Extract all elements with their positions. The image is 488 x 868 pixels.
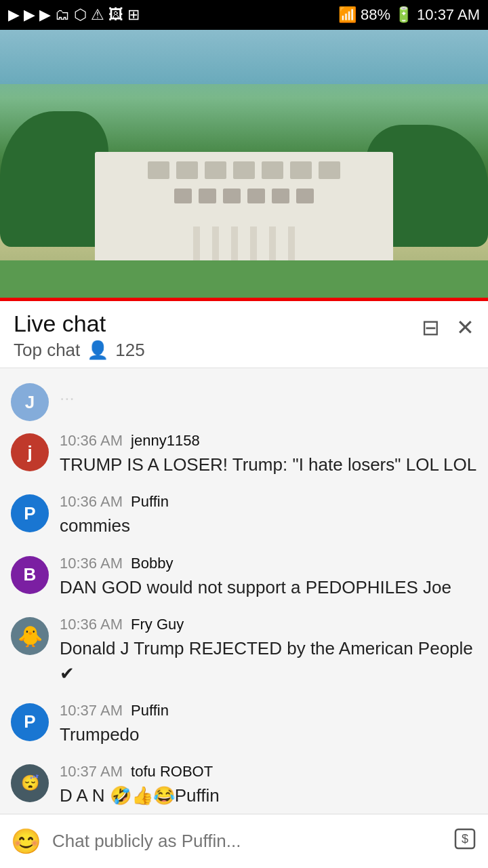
message-time: 10:36 AM <box>60 493 123 510</box>
username: Puffin <box>131 493 169 510</box>
close-icon[interactable]: ✕ <box>456 315 474 340</box>
battery-label: 88% <box>361 6 390 24</box>
chat-text: commies <box>60 513 477 538</box>
list-item: J ... <box>0 374 488 424</box>
time-label: 10:37 AM <box>417 6 480 24</box>
avatar: j <box>11 433 49 471</box>
top-chat-label[interactable]: Top chat <box>14 340 80 361</box>
chat-list: J ... j 10:36 AM jenny1158 TRUMP IS A LO… <box>0 368 488 868</box>
status-bar: ▶ ▶ ▶ 🗂 ⬡ ⚠ 🖼 ⊞ 📶 88% 🔋 10:37 AM <box>0 0 488 30</box>
chat-content: 10:37 AM Puffin Trumpedo <box>60 702 477 747</box>
chat-text: DAN GOD would not support a PEDOPHILES J… <box>60 575 477 599</box>
chat-title: Live chat <box>14 311 145 337</box>
person-icon: 👤 <box>87 340 108 361</box>
chat-text: D A N 🤣👍😂Puffin <box>60 783 477 808</box>
chat-content: 10:37 AM tofu ROBOT D A N 🤣👍😂Puffin <box>60 763 477 808</box>
list-item: P 10:36 AM Puffin commies <box>0 485 488 546</box>
chat-input[interactable] <box>52 831 442 852</box>
avatar: B <box>11 556 49 594</box>
youtube2-icon: ▶ <box>39 6 51 24</box>
chat-meta: 10:36 AM Bobby <box>60 555 477 572</box>
username: Fry Guy <box>131 616 184 633</box>
chat-text: Donald J Trump REJECTED by the American … <box>60 636 477 686</box>
chat-meta: 10:36 AM Fry Guy <box>60 616 477 633</box>
chat-meta: 10:36 AM jenny1158 <box>60 432 477 450</box>
video-thumbnail[interactable] <box>0 30 488 301</box>
avatar: 🐥 <box>11 617 49 655</box>
warning-icon: ⚠ <box>91 6 104 24</box>
send-button[interactable]: $ <box>453 827 477 856</box>
chat-input-bar: 😊 $ <box>0 814 488 868</box>
chat-content: ... <box>60 382 477 406</box>
list-item: j 10:36 AM jenny1158 TRUMP IS A LOSER! T… <box>0 424 488 485</box>
youtube-icon: ▶ <box>24 6 35 24</box>
app-icon: ⬡ <box>74 6 87 24</box>
chat-meta: 10:36 AM Puffin <box>60 493 477 511</box>
chat-content: 10:36 AM Puffin commies <box>60 493 477 538</box>
battery-icon: 🔋 <box>394 6 413 24</box>
chat-content: 10:36 AM Fry Guy Donald J Trump REJECTED… <box>60 616 477 686</box>
chat-subtitle: Top chat 👤 125 <box>14 340 145 361</box>
viewer-count: 125 <box>115 340 144 361</box>
notification-icons: ▶ ▶ ▶ 🗂 ⬡ ⚠ 🖼 ⊞ <box>8 6 140 24</box>
avatar: P <box>11 494 49 532</box>
chat-text: Trumpedo <box>60 722 477 747</box>
avatar: J <box>11 383 49 421</box>
avatar: 😴 <box>11 764 49 802</box>
username: tofu ROBOT <box>131 763 213 780</box>
play-icon: ▶ <box>8 6 20 24</box>
grid-icon: ⊞ <box>127 6 140 24</box>
username: jenny1158 <box>131 432 200 449</box>
emoji-button[interactable]: 😊 <box>11 827 41 856</box>
list-item: 🐥 10:36 AM Fry Guy Donald J Trump REJECT… <box>0 608 488 694</box>
progress-bar <box>0 298 488 301</box>
chat-text: ... <box>60 382 477 406</box>
chat-content: 10:36 AM jenny1158 TRUMP IS A LOSER! Tru… <box>60 432 477 477</box>
image-icon: 🖼 <box>108 6 123 24</box>
message-time: 10:37 AM <box>60 763 123 780</box>
username: Bobby <box>131 555 173 572</box>
chat-meta: 10:37 AM tofu ROBOT <box>60 763 477 781</box>
chat-header-left: Live chat Top chat 👤 125 <box>14 311 145 361</box>
wifi-icon: 📶 <box>338 6 357 24</box>
list-item: P 10:37 AM Puffin Trumpedo <box>0 694 488 755</box>
chat-header: Live chat Top chat 👤 125 ⊟ ✕ <box>0 301 488 368</box>
folder-icon: 🗂 <box>55 6 70 24</box>
message-time: 10:36 AM <box>60 555 123 572</box>
list-item: B 10:36 AM Bobby DAN GOD would not suppo… <box>0 547 488 608</box>
avatar: P <box>11 703 49 741</box>
list-item: 😴 10:37 AM tofu ROBOT D A N 🤣👍😂Puffin <box>0 755 488 816</box>
system-icons: 📶 88% 🔋 10:37 AM <box>338 6 480 24</box>
message-time: 10:36 AM <box>60 432 123 449</box>
chat-text: TRUMP IS A LOSER! Trump: "I hate losers"… <box>60 452 477 477</box>
chat-content: 10:36 AM Bobby DAN GOD would not support… <box>60 555 477 599</box>
chat-meta: 10:37 AM Puffin <box>60 702 477 719</box>
message-time: 10:37 AM <box>60 702 123 719</box>
message-time: 10:36 AM <box>60 616 123 633</box>
filter-icon[interactable]: ⊟ <box>422 315 440 340</box>
username: Puffin <box>131 702 169 719</box>
svg-text:$: $ <box>462 832 468 846</box>
chat-header-right: ⊟ ✕ <box>422 311 474 340</box>
